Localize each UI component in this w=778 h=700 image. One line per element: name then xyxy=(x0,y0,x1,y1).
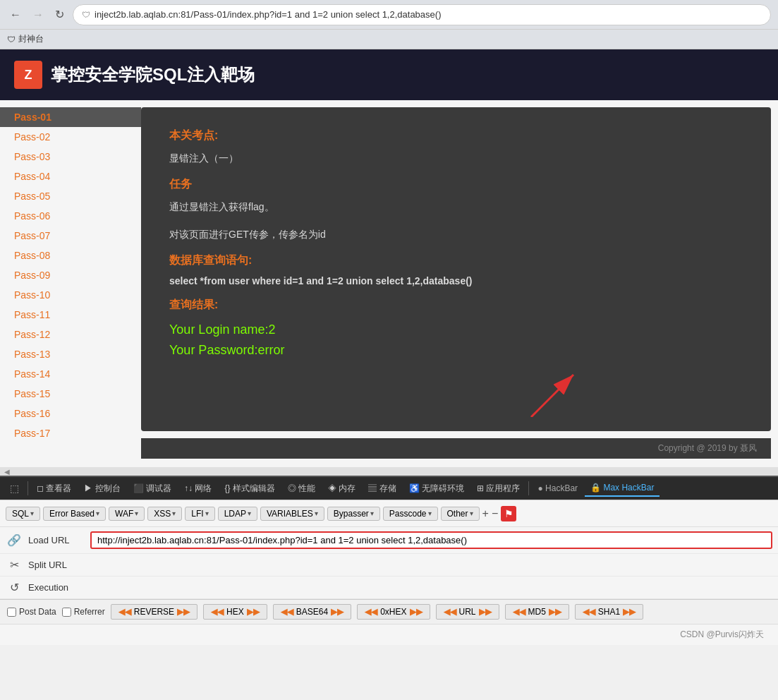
sidebar-item-pass10[interactable]: Pass-10 xyxy=(0,285,141,305)
execution-icon: ↺ xyxy=(6,581,23,594)
load-url-icon: 🔗 xyxy=(6,533,23,547)
url-input-field[interactable] xyxy=(90,531,772,549)
devtools-hackbar[interactable]: ● HackBar xyxy=(532,481,583,496)
split-url-label[interactable]: Split URL xyxy=(28,560,85,570)
section-query-title: 数据库查询语句: xyxy=(169,253,743,268)
devtools-inspect-icon[interactable]: ⬚ xyxy=(4,480,25,497)
sidebar-item-pass11[interactable]: Pass-11 xyxy=(0,305,141,325)
devtools-style-editor[interactable]: {} 样式编辑器 xyxy=(219,480,280,497)
md5-right-arrow: ▶▶ xyxy=(549,607,561,617)
content-panel: 本关考点: 显错注入（一） 任务 通过显错注入获得flag。 对该页面进行GET… xyxy=(141,107,771,431)
referrer-label[interactable]: Referrer xyxy=(74,607,105,617)
url-area: 🔗 Load URL ✂ Split URL ↺ Execution xyxy=(0,526,778,599)
sidebar-item-pass14[interactable]: Pass-14 xyxy=(0,364,141,384)
sidebar-item-pass12[interactable]: Pass-12 xyxy=(0,325,141,344)
hex-btn[interactable]: ◀◀ HEX ▶▶ xyxy=(203,604,267,620)
devtools-network[interactable]: ↑↓ 网络 xyxy=(178,480,217,497)
sidebar-item-pass09[interactable]: Pass-09 xyxy=(0,265,141,285)
post-data-checkbox[interactable] xyxy=(7,608,16,617)
hackbar-other-btn[interactable]: Other ▾ xyxy=(441,507,480,521)
passcode-dropdown-arrow: ▾ xyxy=(428,509,432,517)
sidebar-item-pass05[interactable]: Pass-05 xyxy=(0,186,141,206)
hackbar-passcode-btn[interactable]: Passcode ▾ xyxy=(383,507,438,521)
hackbar-sql-btn[interactable]: SQL ▾ xyxy=(6,507,40,521)
hackbar-remove-btn[interactable]: − xyxy=(492,507,498,520)
section-keypoint-title: 本关考点: xyxy=(169,128,743,143)
hackbar-lfi-btn[interactable]: LFI ▾ xyxy=(185,507,214,521)
sidebar-item-pass06[interactable]: Pass-06 xyxy=(0,206,141,226)
sidebar-item-pass13[interactable]: Pass-13 xyxy=(0,344,141,364)
footer-text: CSDN @Purvis闪炸天 xyxy=(680,629,764,639)
sidebar-item-pass03[interactable]: Pass-03 xyxy=(0,147,141,167)
hackbar-add-btn[interactable]: + xyxy=(482,507,489,520)
bookmark-bar: 🛡 封神台 xyxy=(0,30,778,49)
reverse-right-arrow: ▶▶ xyxy=(177,607,190,617)
execution-label[interactable]: Execution xyxy=(28,582,85,593)
hackbar-errorbased-btn[interactable]: Error Based ▾ xyxy=(43,507,106,521)
referrer-group: Referrer xyxy=(62,607,105,617)
base64-btn[interactable]: ◀◀ BASE64 ▶▶ xyxy=(273,604,351,620)
referrer-checkbox[interactable] xyxy=(62,608,71,617)
sidebar-item-pass01[interactable]: Pass-01 xyxy=(0,107,141,127)
sha1-left-arrow: ◀◀ xyxy=(583,607,595,617)
back-button[interactable]: ← xyxy=(7,7,24,23)
address-bar[interactable]: 🛡 inject2b.lab.aqlab.cn:81/Pass-01/index… xyxy=(73,4,771,25)
execution-row: ↺ Execution xyxy=(0,577,778,599)
bookmark-fengshen[interactable]: 🛡 封神台 xyxy=(7,33,44,45)
hackbar-xss-btn[interactable]: XSS ▾ xyxy=(147,507,182,521)
load-url-label[interactable]: Load URL xyxy=(28,535,85,545)
sidebar-item-pass16[interactable]: Pass-16 xyxy=(0,404,141,423)
other-dropdown-arrow: ▾ xyxy=(470,509,473,517)
lfi-dropdown-arrow: ▾ xyxy=(205,509,209,517)
sidebar-item-pass15[interactable]: Pass-15 xyxy=(0,384,141,404)
reverse-left-arrow: ◀◀ xyxy=(118,607,131,617)
bypasser-dropdown-arrow: ▾ xyxy=(370,509,374,517)
devtools-separator-1 xyxy=(28,481,28,495)
hackbar-bypasser-btn[interactable]: Bypasser ▾ xyxy=(327,507,380,521)
url-btn[interactable]: ◀◀ URL ▶▶ xyxy=(436,604,499,620)
devtools-console[interactable]: ▶ 控制台 xyxy=(78,480,126,497)
bottom-bar: Post Data Referrer ◀◀ REVERSE ▶▶ ◀◀ HEX … xyxy=(0,599,778,624)
sidebar-item-pass07[interactable]: Pass-07 xyxy=(0,226,141,246)
url-display: inject2b.lab.aqlab.cn:81/Pass-01/index.p… xyxy=(95,9,762,20)
hackbar-toolbar: SQL ▾ Error Based ▾ WAF ▾ XSS ▾ LFI ▾ LD… xyxy=(0,500,778,526)
split-url-icon: ✂ xyxy=(6,558,23,572)
md5-btn[interactable]: ◀◀ MD5 ▶▶ xyxy=(505,604,569,620)
hackbar-waf-btn[interactable]: WAF ▾ xyxy=(109,507,145,521)
hex-right-arrow: ▶▶ xyxy=(247,607,260,617)
lock-icon: 🛡 xyxy=(82,10,90,20)
copyright-bar: Copyright @ 2019 by 聂风 xyxy=(141,438,771,459)
section-task-text2: 对该页面进行GET传参，传参名为id xyxy=(169,227,743,242)
post-data-label[interactable]: Post Data xyxy=(19,607,56,617)
hackbar-ldap-btn[interactable]: LDAP ▾ xyxy=(218,507,257,521)
load-url-row: 🔗 Load URL xyxy=(0,527,778,554)
devtools-memory[interactable]: ◈ 内存 xyxy=(322,480,361,497)
hackbar-flag-btn[interactable]: ⚑ xyxy=(501,506,516,521)
devtools-max-hackbar[interactable]: 🔒 Max HackBar xyxy=(585,480,660,497)
devtools-viewer[interactable]: ◻ 查看器 xyxy=(31,480,77,497)
devtools-accessibility[interactable]: ♿ 无障碍环境 xyxy=(403,480,470,497)
sidebar-item-pass08[interactable]: Pass-08 xyxy=(0,246,141,265)
hex-left-arrow: ◀◀ xyxy=(211,607,224,617)
reverse-btn[interactable]: ◀◀ REVERSE ▶▶ xyxy=(111,604,197,620)
devtools-storage[interactable]: ▤ 存储 xyxy=(363,480,401,497)
scroll-bar[interactable]: ◀ xyxy=(0,467,778,476)
base64-left-arrow: ◀◀ xyxy=(281,607,293,617)
devtools-performance[interactable]: ◎ 性能 xyxy=(282,480,321,497)
0xhex-left-arrow: ◀◀ xyxy=(365,607,377,617)
forward-button[interactable]: → xyxy=(30,7,47,23)
sha1-btn[interactable]: ◀◀ SHA1 ▶▶ xyxy=(575,604,643,620)
refresh-button[interactable]: ↻ xyxy=(52,6,67,23)
copyright-text: Copyright @ 2019 by 聂风 xyxy=(658,443,757,453)
sidebar-item-pass04[interactable]: Pass-04 xyxy=(0,167,141,186)
sidebar-item-pass02[interactable]: Pass-02 xyxy=(0,127,141,147)
0xhex-btn[interactable]: ◀◀ 0xHEX ▶▶ xyxy=(357,604,430,620)
md5-left-arrow: ◀◀ xyxy=(513,607,525,617)
site-logo: Z xyxy=(14,61,42,89)
page-footer: CSDN @Purvis闪炸天 xyxy=(0,624,778,645)
hackbar-variables-btn[interactable]: VARIABLES ▾ xyxy=(260,507,324,521)
devtools-application[interactable]: ⊞ 应用程序 xyxy=(471,480,525,497)
query-display: select *from user where id=1 and 1=2 uni… xyxy=(169,275,743,286)
sidebar-item-pass17[interactable]: Pass-17 xyxy=(0,423,141,443)
devtools-debugger[interactable]: ⬛ 调试器 xyxy=(128,480,177,497)
